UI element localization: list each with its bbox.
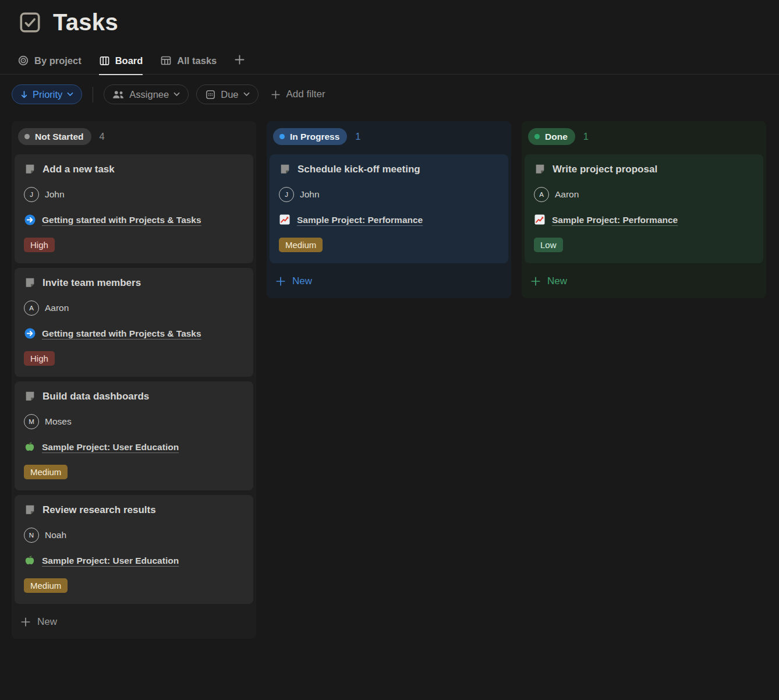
column-status-label: Done (545, 132, 568, 142)
tab-board[interactable]: Board (99, 55, 143, 75)
sort-priority-button[interactable]: Priority (12, 84, 82, 104)
task-card[interactable]: Add a new task J John Getting started wi… (15, 154, 253, 263)
chevron-down-icon (67, 92, 73, 97)
card-title: Schedule kick-off meeting (298, 164, 420, 175)
column-status-pill[interactable]: Done (528, 128, 575, 145)
plus-icon (275, 276, 286, 287)
task-card[interactable]: Review research results N Noah Sample Pr… (15, 495, 253, 604)
board-column: Not Started 4 Add a new task J John Gett… (12, 121, 256, 639)
tab-label: Board (115, 55, 143, 66)
priority-tag: High (24, 351, 55, 366)
card-list: Add a new task J John Getting started wi… (15, 154, 253, 604)
priority-tag: Medium (279, 238, 323, 252)
new-card-label: New (292, 275, 312, 287)
column-count: 1 (583, 131, 589, 142)
column-header: In Progress 1 (270, 128, 508, 145)
column-count: 4 (100, 131, 105, 142)
tab-label: All tasks (177, 55, 217, 66)
avatar: J (279, 187, 294, 202)
view-tabs: By project Board All tasks (0, 54, 779, 75)
avatar: J (24, 187, 39, 202)
page-icon (24, 504, 36, 516)
card-title: Invite team members (43, 277, 141, 289)
chevron-down-icon (243, 92, 250, 97)
status-dot-icon (24, 134, 30, 139)
page-icon (24, 163, 36, 175)
column-header: Done 1 (525, 128, 763, 145)
tab-all-tasks[interactable]: All tasks (160, 55, 217, 74)
chevron-down-icon (173, 92, 180, 97)
assignee-name: Moses (45, 416, 72, 427)
new-card-button[interactable]: New (15, 607, 253, 635)
column-status-label: Not Started (35, 132, 84, 142)
page-icon (534, 163, 546, 175)
priority-tag: High (24, 238, 55, 252)
project-link[interactable]: Sample Project: User Education (42, 442, 179, 452)
board-icon (99, 55, 110, 66)
target-icon (17, 55, 29, 66)
project-link[interactable]: Getting started with Projects & Tasks (42, 215, 201, 225)
due-filter-button[interactable]: Due (196, 84, 258, 104)
assignee-name: Aaron (555, 189, 579, 200)
task-card[interactable]: Write project proposal A Aaron Sample Pr… (525, 154, 763, 263)
status-dot-icon (279, 134, 285, 139)
avatar: N (24, 528, 39, 543)
project-row: Sample Project: User Education (24, 554, 244, 567)
plus-icon (20, 617, 31, 627)
assignee-filter-button[interactable]: Assignee (104, 84, 189, 104)
new-card-label: New (37, 616, 57, 628)
project-row: Getting started with Projects & Tasks (24, 214, 244, 226)
project-link[interactable]: Sample Project: Performance (552, 215, 678, 225)
assignee-name: John (45, 189, 65, 200)
project-link[interactable]: Sample Project: Performance (297, 215, 423, 225)
assignee-row: J John (279, 187, 499, 202)
kanban-board: Not Started 4 Add a new task J John Gett… (0, 121, 779, 639)
assignee-row: M Moses (24, 414, 244, 429)
add-view-button[interactable] (234, 54, 245, 74)
card-title: Write project proposal (553, 164, 657, 175)
tag-row: Medium (279, 226, 499, 252)
project-row: Sample Project: Performance (279, 214, 499, 226)
status-dot-icon (534, 134, 540, 139)
filter-bar: Priority Assignee Due Add filter (12, 84, 779, 104)
tag-row: High (24, 226, 244, 252)
new-card-button[interactable]: New (525, 267, 763, 295)
card-title: Build data dashboards (43, 391, 149, 402)
board-column: In Progress 1 Schedule kick-off meeting … (267, 121, 511, 298)
plus-icon (271, 90, 281, 100)
card-title-row: Review research results (24, 504, 244, 516)
assignee-row: N Noah (24, 528, 244, 543)
card-title-row: Invite team members (24, 277, 244, 289)
tab-by-project[interactable]: By project (17, 55, 82, 74)
column-count: 1 (355, 131, 360, 142)
apple-icon (24, 441, 36, 453)
assignee-name: Noah (45, 530, 66, 540)
column-header: Not Started 4 (15, 128, 253, 145)
task-card[interactable]: Build data dashboards M Moses Sample Pro… (15, 381, 253, 490)
card-title-row: Add a new task (24, 163, 244, 175)
new-card-button[interactable]: New (270, 267, 508, 295)
card-title-row: Write project proposal (534, 163, 754, 175)
column-status-pill[interactable]: Not Started (18, 128, 91, 145)
project-link[interactable]: Sample Project: User Education (42, 556, 179, 566)
tag-row: Low (534, 226, 754, 252)
calendar-icon (205, 89, 216, 100)
add-filter-button[interactable]: Add filter (271, 89, 325, 100)
project-row: Sample Project: Performance (534, 214, 754, 226)
tag-row: Medium (24, 453, 244, 479)
assignee-name: John (300, 189, 320, 200)
card-title: Add a new task (43, 164, 115, 175)
task-card[interactable]: Schedule kick-off meeting J John Sample … (270, 154, 508, 263)
column-status-pill[interactable]: In Progress (273, 128, 347, 145)
avatar: A (24, 300, 39, 316)
card-list: Write project proposal A Aaron Sample Pr… (525, 154, 763, 263)
card-title-row: Schedule kick-off meeting (279, 163, 499, 175)
assignee-row: A Aaron (24, 300, 244, 316)
apple-icon (24, 554, 36, 567)
assignee-row: J John (24, 187, 244, 202)
project-link[interactable]: Getting started with Projects & Tasks (42, 328, 201, 339)
board-column: Done 1 Write project proposal A Aaron Sa… (522, 121, 766, 298)
task-card[interactable]: Invite team members A Aaron Getting star… (15, 268, 253, 377)
checkbox-icon (17, 10, 43, 35)
chart-increasing-icon (534, 214, 546, 226)
